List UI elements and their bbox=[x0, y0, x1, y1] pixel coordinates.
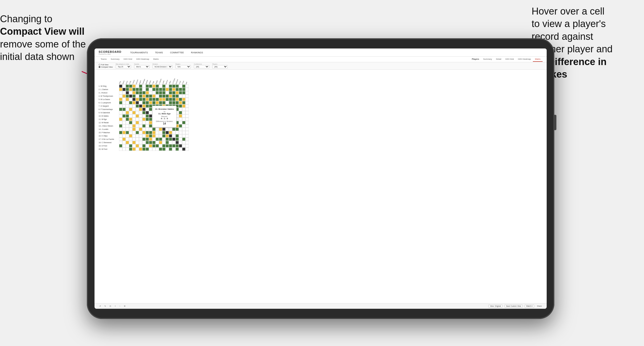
cell-18-8[interactable] bbox=[142, 141, 146, 144]
cell-5-17[interactable] bbox=[172, 98, 175, 101]
tab-h2h-grid1[interactable]: H2H Grid bbox=[122, 57, 134, 62]
cell-15-4[interactable] bbox=[129, 131, 132, 134]
cell-3-9[interactable] bbox=[146, 91, 149, 94]
cell-5-1[interactable] bbox=[119, 98, 122, 101]
cell-11-19[interactable] bbox=[179, 118, 182, 121]
cell-12-20[interactable] bbox=[182, 121, 185, 124]
cell-18-5[interactable] bbox=[132, 141, 136, 144]
cell-3-13[interactable] bbox=[159, 91, 162, 94]
cell-11-1[interactable] bbox=[119, 118, 122, 121]
cell-15-19[interactable] bbox=[179, 131, 182, 134]
cell-1-21[interactable] bbox=[185, 84, 189, 88]
cell-4-13[interactable] bbox=[159, 94, 162, 98]
cell-14-11[interactable] bbox=[152, 128, 156, 131]
cell-20-4[interactable] bbox=[129, 147, 132, 151]
cell-1-15[interactable] bbox=[166, 84, 169, 88]
cell-5-2[interactable] bbox=[122, 98, 126, 101]
cell-5-6[interactable] bbox=[136, 98, 139, 101]
compact-view-radio[interactable]: Compact View bbox=[99, 66, 113, 68]
cell-20-18[interactable] bbox=[175, 147, 179, 151]
cell-1-2[interactable] bbox=[122, 84, 126, 88]
cell-18-3[interactable] bbox=[126, 141, 129, 144]
cell-1-5[interactable] bbox=[132, 84, 136, 88]
cell-16-5[interactable] bbox=[132, 134, 136, 138]
cell-11-9[interactable] bbox=[146, 118, 149, 121]
cell-10-21[interactable] bbox=[185, 114, 189, 118]
cell-10-19[interactable] bbox=[179, 114, 182, 118]
cell-20-17[interactable] bbox=[172, 147, 175, 151]
cell-8-21[interactable] bbox=[185, 108, 189, 111]
cell-16-17[interactable] bbox=[172, 134, 175, 138]
cell-9-5[interactable] bbox=[132, 111, 136, 114]
cell-2-9[interactable] bbox=[146, 88, 149, 91]
cell-3-16[interactable] bbox=[169, 91, 172, 94]
cell-13-7[interactable] bbox=[139, 124, 142, 128]
cell-20-9[interactable] bbox=[146, 147, 149, 151]
cell-4-11[interactable] bbox=[152, 94, 156, 98]
cell-10-6[interactable] bbox=[136, 114, 139, 118]
cell-7-3[interactable] bbox=[126, 104, 129, 108]
cell-10-5[interactable] bbox=[132, 114, 136, 118]
tab-matrix2[interactable]: Matrix bbox=[533, 57, 543, 62]
cell-11-4[interactable] bbox=[129, 118, 132, 121]
cell-13-19[interactable] bbox=[179, 124, 182, 128]
cell-9-3[interactable] bbox=[126, 111, 129, 114]
cell-4-19[interactable] bbox=[179, 94, 182, 98]
cell-19-8[interactable] bbox=[142, 144, 146, 147]
cell-12-19[interactable] bbox=[179, 121, 182, 124]
cell-9-9[interactable] bbox=[146, 111, 149, 114]
cell-17-2[interactable] bbox=[122, 138, 126, 141]
cell-5-4[interactable] bbox=[129, 98, 132, 101]
cell-2-13[interactable] bbox=[159, 88, 162, 91]
cell-3-15[interactable] bbox=[166, 91, 169, 94]
cell-6-11[interactable] bbox=[152, 101, 156, 104]
cell-18-14[interactable] bbox=[162, 141, 166, 144]
cell-18-11[interactable] bbox=[152, 141, 156, 144]
cell-20-16[interactable] bbox=[169, 147, 172, 151]
cell-1-11[interactable] bbox=[152, 84, 156, 88]
cell-19-11[interactable] bbox=[152, 144, 156, 147]
tab-detail[interactable]: Detail bbox=[494, 57, 503, 62]
cell-14-13[interactable] bbox=[159, 128, 162, 131]
cell-9-6[interactable] bbox=[136, 111, 139, 114]
cell-14-3[interactable] bbox=[126, 128, 129, 131]
cell-9-10[interactable] bbox=[149, 111, 152, 114]
cell-6-8[interactable] bbox=[142, 101, 146, 104]
cell-10-9[interactable] bbox=[146, 114, 149, 118]
cell-3-18[interactable] bbox=[175, 91, 179, 94]
cell-10-7[interactable] bbox=[139, 114, 142, 118]
cell-1-3[interactable] bbox=[126, 84, 129, 88]
cell-12-10[interactable] bbox=[149, 121, 152, 124]
cell-14-8[interactable] bbox=[142, 128, 146, 131]
cell-18-19[interactable] bbox=[179, 141, 182, 144]
cell-5-5[interactable] bbox=[132, 98, 136, 101]
cell-2-19[interactable] bbox=[179, 88, 182, 91]
cell-5-8[interactable] bbox=[142, 98, 146, 101]
cell-6-21[interactable] bbox=[185, 101, 189, 104]
cell-6-4[interactable] bbox=[129, 101, 132, 104]
cell-11-10[interactable] bbox=[149, 118, 152, 121]
cell-15-2[interactable] bbox=[122, 131, 126, 134]
cell-15-6[interactable] bbox=[136, 131, 139, 134]
cell-1-9[interactable] bbox=[146, 84, 149, 88]
cell-16-7[interactable] bbox=[139, 134, 142, 138]
cell-5-10[interactable] bbox=[149, 98, 152, 101]
cell-3-11[interactable] bbox=[152, 91, 156, 94]
cell-20-1[interactable] bbox=[119, 147, 122, 151]
tab-h2h-heatmap1[interactable]: H2H Heatmap bbox=[134, 57, 151, 62]
cell-14-15[interactable] bbox=[166, 128, 169, 131]
cell-20-3[interactable] bbox=[126, 147, 129, 151]
cell-18-18[interactable] bbox=[175, 141, 179, 144]
cell-14-7[interactable] bbox=[139, 128, 142, 131]
cell-3-1[interactable] bbox=[119, 91, 122, 94]
cell-11-7[interactable] bbox=[139, 118, 142, 121]
cell-17-15[interactable] bbox=[166, 138, 169, 141]
cell-14-1[interactable] bbox=[119, 128, 122, 131]
cell-1-10[interactable] bbox=[149, 84, 152, 88]
cell-20-19[interactable] bbox=[179, 147, 182, 151]
cell-16-13[interactable] bbox=[159, 134, 162, 138]
cell-15-7[interactable] bbox=[139, 131, 142, 134]
cell-17-8[interactable] bbox=[142, 138, 146, 141]
cell-13-6[interactable] bbox=[136, 124, 139, 128]
cell-8-9[interactable] bbox=[146, 108, 149, 111]
